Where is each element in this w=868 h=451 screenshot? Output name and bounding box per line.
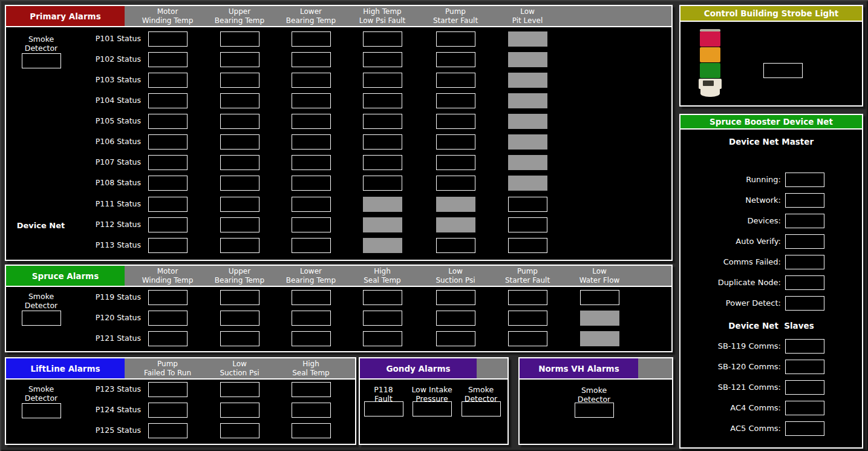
- pump-failed-to-run-column-header: Pump Failed To Run: [131, 358, 204, 378]
- p101-status-label: P101 Status: [74, 33, 141, 44]
- devices-indicator: [785, 214, 824, 228]
- spruce-alarms-header: Spruce Alarms Motor Winding TempUpper Be…: [6, 266, 671, 287]
- p107-status-low-pit-level-indicator: [508, 155, 547, 170]
- low-intake-pressure-label: Low Intake Pressure: [406, 385, 457, 403]
- p105-status-high-temp-low-psi-fault-indicator: [363, 114, 402, 129]
- p120-status-high-seal-temp-indicator: [363, 311, 402, 326]
- p111-status-label: P111 Status: [74, 199, 141, 209]
- upper-bearing-temp-column-header: Upper Bearing Temp: [203, 6, 276, 26]
- p104-status-lower-bearing-temp-indicator: [292, 93, 331, 108]
- duplicate-node-label: Duplicate Node:: [690, 277, 781, 288]
- liftline-alarms-body: Smoke Detector P123 StatusP124 StatusP12…: [6, 380, 355, 444]
- gondy-alarms-header: Gondy Alarms: [360, 358, 507, 380]
- p119-status-lower-bearing-temp-indicator: [292, 290, 331, 305]
- low-water-flow-column-header: Low Water Flow: [563, 266, 636, 286]
- gondy-smoke-detector-label: Smoke Detector: [455, 385, 506, 403]
- p105-status-upper-bearing-temp-indicator: [220, 114, 259, 129]
- primary-alarms-title: Primary Alarms: [6, 6, 125, 26]
- strobe-light-indicator: [763, 63, 803, 78]
- p103-status-upper-bearing-temp-indicator: [220, 73, 259, 88]
- p125-status-high-seal-temp-indicator: [292, 423, 331, 438]
- norms-smoke-detector-label: Smoke Detector: [564, 386, 624, 404]
- p120-status-motor-winding-temp-indicator: [148, 311, 188, 326]
- liftline-alarms-title: LiftLine Alarms: [6, 358, 125, 378]
- stack-light-red-segment: [700, 31, 720, 47]
- p111-status-high-temp-low-psi-fault-indicator: [363, 197, 402, 212]
- sb-121-comms-indicator: [785, 380, 824, 395]
- high-seal-temp-column-header: High Seal Temp: [346, 266, 419, 286]
- auto-verify-label: Auto Verify:: [690, 236, 781, 247]
- p112-status-lower-bearing-temp-indicator: [292, 217, 331, 232]
- liftline-smoke-detector-indicator: [22, 403, 61, 418]
- stack-light-cone: [700, 89, 720, 97]
- p101-status-lower-bearing-temp-indicator: [292, 31, 331, 47]
- p104-status-label: P104 Status: [74, 95, 141, 106]
- p106-status-motor-winding-temp-indicator: [148, 134, 188, 150]
- lower-bearing-temp-column-header: Lower Bearing Temp: [275, 266, 347, 286]
- device-net-title: Spruce Booster Device Net: [680, 115, 862, 128]
- ac5-comms-indicator: [785, 421, 824, 436]
- p102-status-low-pit-level-indicator: [508, 52, 547, 67]
- power-detect-label: Power Detect:: [690, 298, 781, 309]
- device-net-label: Device Net: [12, 221, 70, 230]
- p104-status-pump-starter-fault-indicator: [436, 93, 475, 108]
- p105-status-label: P105 Status: [74, 116, 141, 127]
- sb-120-comms-indicator: [785, 360, 824, 374]
- p121-status-label: P121 Status: [74, 333, 141, 344]
- p111-status-lower-bearing-temp-indicator: [292, 197, 331, 212]
- p111-status-upper-bearing-temp-indicator: [220, 197, 259, 212]
- p106-status-high-temp-low-psi-fault-indicator: [363, 134, 402, 150]
- stack-light-base: [699, 79, 722, 89]
- p112-status-motor-winding-temp-indicator: [148, 217, 188, 232]
- primary-alarms-panel: Primary Alarms Motor Winding TempUpper B…: [5, 5, 673, 261]
- ac4-comms-label: AC4 Comms:: [690, 403, 781, 413]
- stack-light-amber-segment: [700, 47, 720, 62]
- p108-status-high-temp-low-psi-fault-indicator: [363, 176, 402, 191]
- p107-status-lower-bearing-temp-indicator: [292, 155, 331, 170]
- p124-status-pump-failed-to-run-indicator: [148, 403, 188, 418]
- pump-starter-fault-column-header: Pump Starter Fault: [491, 266, 564, 286]
- spruce-booster-device-net-panel: Spruce Booster Device Net Device Net Mas…: [679, 114, 863, 449]
- p120-status-low-suction-psi-indicator: [436, 311, 475, 326]
- p106-status-low-pit-level-indicator: [508, 134, 547, 150]
- p113-status-motor-winding-temp-indicator: [148, 238, 188, 253]
- primary-alarms-header: Primary Alarms Motor Winding TempUpper B…: [6, 6, 671, 27]
- p103-status-lower-bearing-temp-indicator: [292, 73, 331, 88]
- p107-status-high-temp-low-psi-fault-indicator: [363, 155, 402, 170]
- p124-status-low-suction-psi-indicator: [220, 403, 259, 418]
- strobe-light-body: [680, 22, 862, 105]
- p103-status-pump-starter-fault-indicator: [436, 73, 475, 88]
- ac5-comms-label: AC5 Comms:: [690, 423, 781, 434]
- duplicate-node-indicator: [785, 275, 824, 290]
- p113-status-pump-starter-fault-indicator: [436, 238, 475, 253]
- stack-light-tag: [703, 81, 714, 86]
- p112-status-high-temp-low-psi-fault-indicator: [363, 217, 402, 232]
- auto-verify-indicator: [785, 234, 824, 249]
- p119-status-low-water-flow-indicator: [580, 290, 619, 305]
- motor-winding-temp-column-header: Motor Winding Temp: [131, 6, 204, 26]
- p111-status-motor-winding-temp-indicator: [148, 197, 188, 212]
- p125-status-label: P125 Status: [74, 425, 141, 436]
- sb-119-comms-indicator: [785, 339, 824, 354]
- p108-status-low-pit-level-indicator: [508, 176, 547, 191]
- high-seal-temp-column-header: High Seal Temp: [275, 358, 347, 378]
- p101-status-low-pit-level-indicator: [508, 31, 547, 47]
- p113-status-upper-bearing-temp-indicator: [220, 238, 259, 253]
- p105-status-pump-starter-fault-indicator: [436, 114, 475, 129]
- p118-fault-indicator: [364, 401, 403, 416]
- spruce-alarms-title: Spruce Alarms: [6, 266, 125, 286]
- p119-status-low-suction-psi-indicator: [436, 290, 475, 305]
- low-intake-pressure-indicator: [413, 401, 452, 416]
- p103-status-motor-winding-temp-indicator: [148, 73, 188, 88]
- p119-status-pump-starter-fault-indicator: [508, 290, 547, 305]
- strobe-light-title: Control Building Strobe Light: [680, 6, 862, 21]
- pump-starter-fault-column-header: Pump Starter Fault: [419, 6, 492, 26]
- p113-status-high-temp-low-psi-fault-indicator: [363, 238, 402, 253]
- lower-bearing-temp-column-header: Lower Bearing Temp: [275, 6, 347, 26]
- devices-label: Devices:: [690, 216, 781, 226]
- sb-120-comms-label: SB-120 Comms:: [690, 361, 781, 372]
- p103-status-label: P103 Status: [74, 74, 141, 85]
- low-suction-psi-column-header: Low Suction Psi: [419, 266, 492, 286]
- p111-status-low-pit-level-indicator: [508, 197, 547, 212]
- low-pit-level-column-header: Low Pit Level: [491, 6, 564, 26]
